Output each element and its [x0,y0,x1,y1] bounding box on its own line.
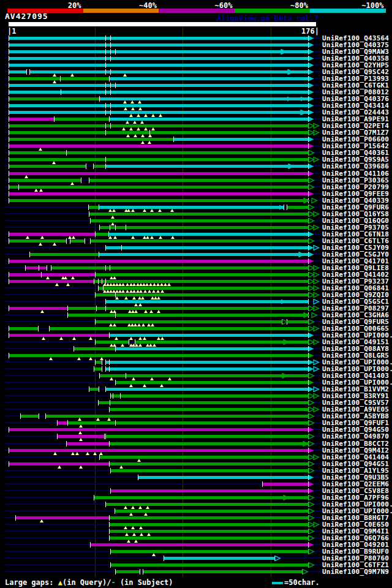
alignment-segment [67,314,308,317]
alignment-viewer-screen: 20%~40%~60%~80%~100% AV427095 AlignView.… [0,0,392,588]
subject-extension-arrow-icon [308,535,315,541]
boundary-tick [49,326,50,331]
alignment-segment [9,151,308,154]
fifty-char-scale-swatch [272,582,283,584]
subject-extension-arrow-icon [313,386,320,392]
alignment-segment [89,179,308,182]
boundary-tick [9,272,9,277]
subject-gap-tick [115,312,116,318]
boundary-tick [9,150,9,156]
subject-extension-arrow-icon [308,218,315,224]
alignment-segment [9,124,308,127]
boundary-tick [105,299,106,304]
subject-extension-arrow-icon [313,285,320,291]
subject-extension-arrow-icon [308,62,315,68]
subject-gap-tick [18,184,19,190]
alignment-segment [9,192,308,195]
boundary-tick [99,386,99,392]
alignment-segment [9,260,308,263]
ruler-start-label: |1 [7,27,16,36]
alignment-segment [110,394,308,398]
subject-extension-arrow-icon [308,238,315,244]
alignment-segment [138,476,308,479]
subject-gap-tick [110,110,111,115]
alignment-segment [287,320,308,323]
boundary-tick [140,569,140,575]
alignment-segment [99,456,308,459]
subject-extension-arrow-icon [308,42,315,48]
alignment-segment [89,388,99,391]
boundary-tick [99,454,100,460]
hit-label[interactable]: UniRef100_O49870 [322,433,389,440]
alignment-segment [67,421,308,424]
subject-extension-arrow-icon [282,319,288,325]
boundary-tick [9,76,9,81]
alignment-segment [9,104,308,107]
boundary-tick [102,366,102,372]
alignment-segment [173,138,308,141]
boundary-tick [74,346,74,352]
boundary-tick [308,299,309,304]
boundary-tick [109,441,110,447]
alignment-row[interactable]: UniRef100_O49870 [0,433,392,440]
boundary-tick [89,386,89,392]
subject-extension-arrow-icon [313,522,320,527]
alignment-segment [20,415,39,418]
subject-extension-arrow-icon [274,556,281,561]
alignment-segment [95,273,308,276]
hit-label[interactable]: UniRef100_Q9M7N9 [322,568,389,575]
subject-gap-tick [110,89,111,95]
subject-extension-arrow-icon [287,69,294,75]
subject-extension-arrow-icon [308,143,315,149]
boundary-tick [9,326,9,331]
boundary-tick [86,164,86,169]
boundary-tick [164,556,164,561]
boundary-tick [105,360,106,365]
subject-gap-tick [110,36,111,41]
boundary-tick [9,137,9,142]
alignment-row[interactable]: UniRef100_Q39686 [0,163,392,170]
subject-extension-arrow-icon [283,339,290,345]
query-title: AV427095 [5,12,48,21]
subject-gap-dash-icon: - [111,578,119,587]
boundary-tick [105,366,106,372]
identity-key-label: ~40% [83,1,157,9]
subject-extension-arrow-icon [308,508,315,514]
subject-extension-arrow-icon [308,495,315,500]
alignment-segment [262,483,308,486]
subject-gap-tick [66,150,67,156]
alignment-segment [9,70,26,74]
hit-label[interactable]: UniRef100_Q39686 [322,163,389,170]
boundary-tick [9,83,9,88]
alignment-segment [9,118,54,121]
alignment-segment [105,388,308,391]
boundary-tick [9,164,9,169]
alignment-segment [93,165,105,168]
subject-gap-tick [110,103,111,108]
subject-extension-arrow-icon [313,339,320,345]
subject-gap-tick [110,83,111,88]
alignment-segment [9,280,94,283]
boundary-tick [104,434,105,439]
boundary-tick [9,42,9,48]
alignment-segment [66,442,109,445]
boundary-tick [110,468,111,473]
boundary-tick [67,306,68,311]
subject-gap-tick [110,265,110,271]
alignment-segment [110,469,308,472]
subject-extension-arrow-icon [308,164,315,169]
boundary-tick [20,413,21,419]
alignment-segment [99,226,308,229]
subject-gap-tick [110,225,110,230]
boundary-tick [9,238,9,244]
subject-extension-arrow-icon [311,312,318,318]
subject-extension-arrow-icon [313,130,320,135]
boundary-tick [262,481,263,487]
alignment-segment [49,327,308,330]
subject-extension-arrow-icon [308,420,315,426]
subject-extension-arrow-icon [308,400,315,405]
boundary-tick [15,515,16,521]
subject-extension-arrow-icon [311,198,318,203]
alignment-row[interactable]: UniRef100_Q9M7N9 [0,568,392,575]
subject-gap-tick [105,157,106,162]
